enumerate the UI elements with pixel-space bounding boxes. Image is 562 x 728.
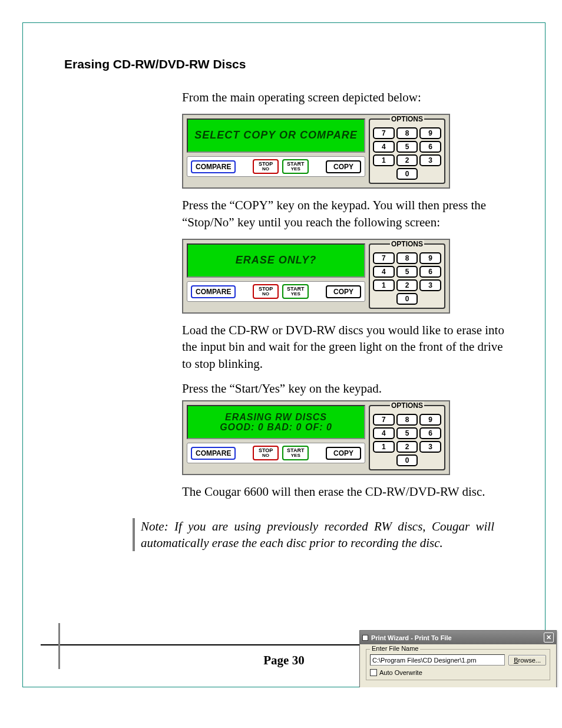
lcd-display: ERASE ONLY? [187,243,365,278]
key-2[interactable]: 2 [396,279,418,291]
key-9[interactable]: 9 [419,127,441,139]
key-4[interactable]: 4 [373,266,395,278]
groupbox-label: Enter File Name [370,645,420,652]
key-4[interactable]: 4 [373,141,395,153]
key-1[interactable]: 1 [373,441,395,453]
stop-no-button[interactable]: STOPNO [253,446,279,460]
browse-button[interactable]: Browse... [508,655,546,666]
close-icon[interactable]: ✕ [544,633,554,643]
options-label: OPTIONS [390,401,424,410]
print-wizard-dialog: Print Wizard - Print To File ✕ Enter Fil… [359,630,557,687]
auto-overwrite-checkbox[interactable] [370,669,377,676]
key-0[interactable]: 0 [396,293,418,305]
key-1[interactable]: 1 [373,154,395,166]
device-panel-2: ERASE ONLY? COMPARE STOPNO STARTYES COPY… [182,239,528,314]
start-yes-button[interactable]: STARTYES [282,446,309,460]
compare-button[interactable]: COMPARE [191,285,236,298]
paragraph: The Cougar 6600 will then erase the CD-R… [182,483,506,500]
keypad: 7 8 9 4 5 6 1 2 3 0 [373,414,441,466]
device-panel-3: ERASING RW DISCS GOOD: 0 BAD: 0 OF: 0 CO… [182,400,528,475]
key-3[interactable]: 3 [419,154,441,166]
note-text: Note: If you are using previously record… [141,518,494,552]
key-1[interactable]: 1 [373,279,395,291]
paragraph: Press the “COPY” key on the keypad. You … [182,197,506,230]
copy-button[interactable]: COPY [326,160,361,173]
section-heading: Erasing CD-RW/DVD-RW Discs [64,57,528,71]
dialog-title: Print Wizard - Print To File [371,634,452,641]
device-panel-1: SELECT COPY OR COMPARE COMPARE STOPNO ST… [182,114,528,189]
key-0[interactable]: 0 [396,168,418,180]
stop-no-button[interactable]: STOPNO [253,284,279,299]
keypad: 7 8 9 4 5 6 1 2 3 0 [373,252,441,305]
key-4[interactable]: 4 [373,427,395,439]
key-6[interactable]: 6 [419,141,441,153]
key-5[interactable]: 5 [396,141,418,153]
options-label: OPTIONS [390,240,424,248]
key-7[interactable]: 7 [373,414,395,426]
key-0[interactable]: 0 [396,454,418,466]
app-icon [362,635,368,641]
key-5[interactable]: 5 [396,266,418,278]
key-7[interactable]: 7 [373,127,395,139]
keypad: 7 8 9 4 5 6 1 2 3 0 [373,127,441,180]
options-label: OPTIONS [390,115,424,123]
key-9[interactable]: 9 [419,414,441,426]
key-8[interactable]: 8 [396,252,418,264]
lcd-display: SELECT COPY OR COMPARE [187,118,365,153]
compare-button[interactable]: COMPARE [191,160,236,173]
key-9[interactable]: 9 [419,252,441,264]
key-6[interactable]: 6 [419,266,441,278]
key-6[interactable]: 6 [419,427,441,439]
start-yes-button[interactable]: STARTYES [282,284,309,299]
key-3[interactable]: 3 [419,279,441,291]
paragraph: Press the “Start/Yes” key on the keypad. [182,380,506,397]
key-2[interactable]: 2 [396,154,418,166]
key-8[interactable]: 8 [396,414,418,426]
filepath-input[interactable] [370,654,505,666]
copy-button[interactable]: COPY [326,285,361,298]
key-5[interactable]: 5 [396,427,418,439]
key-8[interactable]: 8 [396,127,418,139]
paragraph: From the main operating screen depicted … [182,89,506,106]
lcd-display: ERASING RW DISCS GOOD: 0 BAD: 0 OF: 0 [187,405,365,439]
key-2[interactable]: 2 [396,441,418,453]
vertical-tick [58,623,60,669]
paragraph: Load the CD-RW or DVD-RW discs you would… [182,322,506,372]
start-yes-button[interactable]: STARTYES [282,159,309,174]
page-number: Page 30 [263,653,304,668]
stop-no-button[interactable]: STOPNO [253,159,279,174]
note-block: Note: If you are using previously record… [133,518,528,552]
copy-button[interactable]: COPY [326,447,361,460]
key-7[interactable]: 7 [373,252,395,264]
auto-overwrite-label: Auto Overwrite [379,669,422,676]
dialog-titlebar[interactable]: Print Wizard - Print To File ✕ [360,631,556,644]
compare-button[interactable]: COMPARE [191,447,236,460]
key-3[interactable]: 3 [419,441,441,453]
